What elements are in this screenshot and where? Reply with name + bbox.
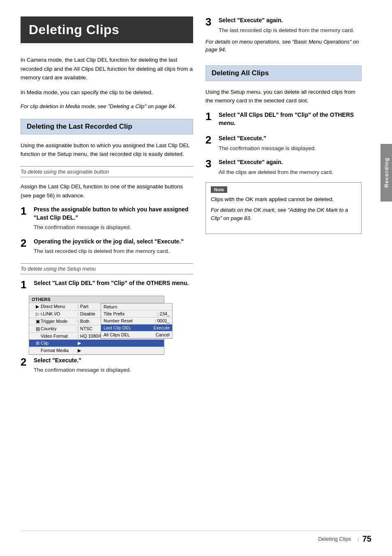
left-column: Deleting Clips In Camera mode, the Last … (21, 16, 193, 531)
menu-icon: ⊞ (36, 341, 41, 346)
step-number: 3 (205, 16, 214, 27)
submenu-box: Return Title Prefix : 234_ Number Reset … (101, 303, 173, 339)
step-desc: The last recorded clip is deleted from t… (219, 26, 362, 35)
step-desc: The confirmation message is displayed. (34, 366, 193, 374)
step-number: 2 (205, 134, 214, 145)
step-content: Select "All Clips DEL" from "Clip" of th… (219, 111, 362, 129)
step-title: Select "Execute" again. (219, 158, 362, 167)
subsection2-header: To delete using the Setup menu (21, 263, 193, 274)
step-desc: The confirmation message is displayed. (219, 144, 362, 153)
note-box: Note Clips with the OK mark applied cann… (205, 182, 362, 234)
right-ref: For details on menu operations, see "Bas… (205, 38, 362, 54)
step-title: Press the assignable button to which you… (34, 206, 193, 222)
step-title: Select "Execute." (34, 357, 193, 365)
step-number: 2 (21, 357, 29, 367)
step-title: Select "Execute" again. (219, 16, 362, 25)
step-content: Press the assignable button to which you… (34, 206, 193, 232)
step-desc: All the clips are deleted from the memor… (219, 168, 362, 176)
page-title: Deleting Clips (29, 22, 185, 37)
menu-title: OTHERS (29, 296, 164, 303)
section2-description: Using the Setup menu, you can delete all… (205, 88, 362, 105)
step-2-assignable: 2 Operating the joystick or the jog dial… (21, 238, 193, 256)
menu-row-clip: ⊞ Clip ▶ (29, 340, 164, 347)
step-3-allclips: 3 Select "Execute" again. All the clips … (205, 158, 362, 176)
step-number: 1 (21, 279, 29, 290)
intro-para2: In Media mode, you can specify the clip … (21, 88, 193, 97)
menu-icon: ▤ (36, 326, 41, 331)
note-text1: Clips with the OK mark applied cannot be… (211, 195, 356, 204)
menu-icon: ▶ (36, 304, 41, 309)
intro-ref: For clip deletion in Media mode, see "De… (21, 102, 193, 111)
menu-icon: ▷ (36, 311, 41, 317)
step-number: 2 (21, 238, 29, 248)
step-2-allclips: 2 Select "Execute." The confirmation mes… (205, 134, 362, 153)
step-desc: The last recorded clip is deleted from t… (34, 247, 193, 255)
menu-icon: ▣ (36, 319, 41, 324)
step-number: 3 (205, 158, 214, 169)
step-content: Select "Last Clip DEL" from "Clip" of th… (34, 279, 193, 289)
step-title: Select "Execute." (219, 134, 362, 143)
intro-para1: In Camera mode, the Last Clip DEL functi… (21, 56, 193, 82)
submenu-number-reset: Number Reset : 0001_ (101, 317, 172, 324)
section1-header: Deleting the Last Recorded Clip (21, 119, 193, 134)
step-1-setup: 1 Select "Last Clip DEL" from "Clip" of … (21, 279, 193, 290)
subsection1-description: Assign the Last Clip DEL function to one… (21, 182, 193, 200)
step-content: Select "Execute." The confirmation messa… (34, 357, 193, 375)
step-1-assignable: 1 Press the assignable button to which y… (21, 206, 193, 232)
section2-header: Deleting All Clips (205, 65, 362, 81)
note-label: Note (211, 186, 227, 193)
step-1-allclips: 1 Select "All Clips DEL" from "Clip" of … (205, 111, 362, 129)
footer-page-number: 75 (362, 534, 371, 544)
page-footer: Deleting Clips | 75 (21, 531, 371, 544)
submenu-allclips: All Clips DEL Cancel (101, 331, 172, 338)
subsection1-header: To delete using the assignable button (21, 166, 193, 177)
step-number: 1 (205, 111, 214, 122)
step-3-right: 3 Select "Execute" again. The last recor… (205, 16, 362, 35)
step-title: Select "All Clips DEL" from "Clip" of th… (219, 111, 362, 127)
menu-row-format: Format Media ▶ (29, 347, 164, 354)
sidebar-label: Recording (383, 158, 390, 188)
step-title: Select "Last Clip DEL" from "Clip" of th… (34, 279, 193, 287)
menu-screenshot: OTHERS ▶ Direct Menu : Part ▷ i.LINK I/O… (29, 296, 193, 349)
step-title: Operating the joystick or the jog dial, … (34, 238, 193, 246)
submenu-return: Return (101, 303, 172, 310)
step-number: 1 (21, 206, 29, 216)
note-ref: For details on the OK mark, see "Adding … (211, 206, 356, 222)
sidebar-recording-tab: Recording (380, 144, 392, 202)
footer-label: Deleting Clips (318, 536, 351, 542)
footer-divider: | (357, 536, 359, 542)
step-desc: The confirmation message is displayed. (34, 223, 193, 232)
submenu-lastclip: Last Clip DEL Execute (101, 324, 172, 331)
section1-description: Using the assignable button to which you… (21, 141, 193, 159)
page-title-box: Deleting Clips (21, 16, 193, 43)
step-content: Select "Execute" again. The last recorde… (219, 16, 362, 35)
step-content: Select "Execute." The confirmation messa… (219, 134, 362, 153)
step-2-setup: 2 Select "Execute." The confirmation mes… (21, 357, 193, 375)
submenu-title-prefix: Title Prefix : 234_ (101, 310, 172, 317)
step-content: Operating the joystick or the jog dial, … (34, 238, 193, 256)
step-content: Select "Execute" again. All the clips ar… (219, 158, 362, 176)
right-column: 3 Select "Execute" again. The last recor… (205, 16, 362, 531)
